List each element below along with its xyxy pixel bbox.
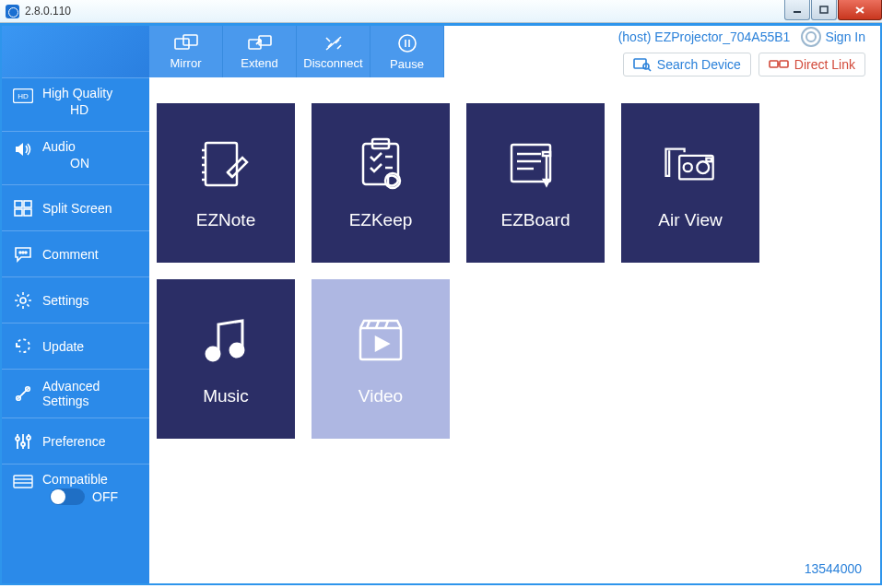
svg-rect-22 — [14, 476, 32, 488]
sidebar-item-preference[interactable]: Preference — [2, 417, 149, 464]
minimize-button[interactable] — [784, 0, 810, 20]
ezboard-label: EZBoard — [501, 210, 570, 230]
tile-ezkeep[interactable]: EZKeep — [312, 103, 450, 263]
maximize-button[interactable] — [811, 0, 837, 20]
sidebar-item-high-quality[interactable]: HD High Quality HD — [2, 77, 149, 131]
svg-rect-39 — [206, 143, 237, 185]
main-area: Mirror Extend Disconnect Pause (host) EZ… — [149, 26, 880, 583]
svg-line-35 — [648, 68, 651, 71]
extend-icon — [248, 34, 272, 53]
close-button[interactable] — [838, 0, 882, 20]
direct-link-icon — [769, 58, 789, 71]
disconnect-icon — [323, 34, 345, 53]
ezkeep-label: EZKeep — [349, 210, 413, 230]
compatible-label: Compatible — [42, 472, 140, 487]
extend-label: Extend — [241, 56, 277, 70]
sidebar-item-settings[interactable]: Settings — [2, 276, 149, 323]
svg-point-30 — [399, 35, 416, 52]
sidebar-item-comment[interactable]: Comment — [2, 230, 149, 276]
tile-ezboard[interactable]: EZBoard — [466, 103, 605, 263]
svg-rect-7 — [24, 201, 31, 207]
sliders-icon — [13, 431, 33, 452]
tile-eznote[interactable]: EZNote — [157, 103, 295, 263]
window-title: 2.8.0.110 — [25, 5, 71, 18]
sign-in-button[interactable]: Sign In — [801, 27, 865, 47]
svg-rect-8 — [15, 209, 22, 216]
svg-point-59 — [206, 347, 219, 360]
window-controls — [783, 0, 882, 20]
sidebar-item-advanced-settings[interactable]: Advanced Settings — [2, 369, 149, 417]
svg-point-56 — [684, 163, 692, 171]
pause-button[interactable]: Pause — [370, 26, 444, 77]
svg-line-3 — [856, 7, 864, 13]
hd-icon: HD — [13, 86, 33, 106]
high-quality-label: High Quality — [42, 86, 112, 100]
split-screen-icon — [13, 198, 33, 218]
tiles-grid: EZNote EZKeep EZBoard Air View — [149, 77, 880, 450]
ezboard-icon — [506, 136, 565, 192]
sign-in-label: Sign In — [825, 29, 865, 44]
airview-label: Air View — [658, 210, 722, 230]
app-icon — [6, 5, 19, 18]
svg-point-10 — [19, 252, 21, 253]
svg-point-21 — [27, 436, 30, 440]
search-device-button[interactable]: Search Device — [623, 53, 751, 76]
advanced-settings-label: Advanced Settings — [42, 379, 140, 408]
comment-icon — [13, 244, 33, 265]
eznote-label: EZNote — [196, 210, 255, 230]
disconnect-label: Disconnect — [303, 56, 362, 70]
high-quality-value: HD — [42, 102, 112, 117]
direct-link-label: Direct Link — [794, 57, 855, 72]
audio-label: Audio — [42, 139, 89, 154]
gear-icon — [13, 290, 33, 311]
music-label: Music — [203, 386, 249, 406]
comment-label: Comment — [42, 247, 99, 262]
tile-video[interactable]: Video — [312, 279, 450, 439]
topbar: Mirror Extend Disconnect Pause (host) EZ… — [149, 26, 880, 77]
svg-line-45 — [228, 172, 232, 177]
svg-rect-58 — [706, 158, 711, 161]
svg-text:HD: HD — [18, 92, 29, 100]
sidebar-item-split-screen[interactable]: Split Screen — [2, 184, 149, 230]
svg-point-20 — [21, 442, 25, 446]
update-icon — [13, 336, 33, 357]
direct-link-button[interactable]: Direct Link — [759, 53, 865, 76]
sidebar-item-compatible[interactable]: Compatible OFF — [2, 464, 149, 517]
avatar-icon — [801, 27, 821, 47]
sidebar-item-audio[interactable]: Audio ON — [2, 131, 149, 184]
sidebar: HD High Quality HD Audio ON Split Screen — [2, 26, 149, 583]
video-label: Video — [359, 386, 403, 406]
tools-icon — [13, 383, 33, 404]
svg-point-13 — [20, 298, 26, 303]
tile-airview[interactable]: Air View — [621, 103, 759, 263]
split-screen-label: Split Screen — [42, 201, 112, 216]
disconnect-button[interactable]: Disconnect — [297, 26, 370, 77]
svg-rect-25 — [175, 39, 189, 49]
mirror-icon — [174, 34, 198, 53]
update-label: Update — [42, 339, 84, 354]
host-label: (host) EZProjector_704A55B1 — [618, 29, 791, 44]
svg-point-19 — [16, 437, 19, 441]
mirror-button[interactable]: Mirror — [149, 26, 223, 77]
mirror-label: Mirror — [171, 56, 202, 70]
svg-rect-37 — [780, 61, 788, 67]
svg-line-2 — [856, 7, 864, 13]
pause-icon — [397, 33, 417, 53]
sidebar-item-update[interactable]: Update — [2, 323, 149, 369]
title-bar: 2.8.0.110 — [0, 0, 882, 23]
svg-rect-51 — [512, 145, 550, 182]
pause-label: Pause — [390, 57, 424, 71]
compatible-toggle[interactable] — [50, 488, 85, 505]
brand-area — [2, 26, 149, 77]
svg-rect-26 — [183, 35, 197, 45]
video-icon — [351, 312, 410, 368]
svg-rect-9 — [24, 209, 31, 216]
settings-label: Settings — [42, 293, 89, 308]
svg-point-11 — [22, 252, 24, 253]
svg-rect-6 — [15, 201, 22, 207]
ezkeep-icon — [351, 136, 410, 192]
tile-music[interactable]: Music — [157, 279, 295, 439]
svg-point-57 — [697, 161, 709, 173]
search-device-icon — [633, 57, 652, 72]
extend-button[interactable]: Extend — [223, 26, 297, 77]
